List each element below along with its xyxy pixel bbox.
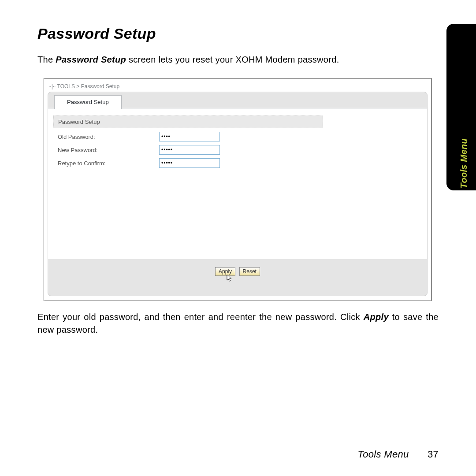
- row-retype-password: Retype to Confirm:: [53, 158, 313, 168]
- outro-paragraph: Enter your old password, and then enter …: [37, 311, 439, 336]
- breadcrumb: ··|·· TOOLS > Password Setup: [48, 81, 428, 92]
- footer-section: Tools Menu: [358, 449, 409, 460]
- outro-bold: Apply: [364, 312, 389, 322]
- page-heading: Password Setup: [37, 25, 439, 42]
- side-tab-label: Tools Menu: [459, 138, 469, 188]
- retype-password-input[interactable]: [159, 158, 220, 168]
- side-tab: Tools Menu: [446, 24, 476, 190]
- page-footer: Tools Menu 37: [358, 449, 439, 460]
- footer-page: 37: [428, 449, 439, 460]
- tab-password-setup[interactable]: Password Setup: [54, 95, 122, 109]
- old-password-input[interactable]: [159, 132, 220, 141]
- label-new-password: New Password:: [53, 147, 159, 153]
- new-password-input[interactable]: [159, 145, 220, 155]
- button-bar: Apply Reset: [48, 259, 427, 276]
- cursor-icon: [227, 274, 233, 282]
- section-title: Password Setup: [53, 115, 323, 128]
- panel: Password Setup Password Setup Old Passwo…: [48, 92, 428, 296]
- row-new-password: New Password:: [53, 145, 313, 155]
- intro-bold: Password Setup: [56, 55, 126, 64]
- intro-suffix: screen lets you reset your XOHM Modem pa…: [126, 55, 339, 64]
- intro-paragraph: The Password Setup screen lets you reset…: [37, 55, 439, 65]
- tabstrip: Password Setup: [48, 92, 427, 108]
- apply-button[interactable]: Apply: [215, 267, 235, 276]
- outro-prefix: Enter your old password, and then enter …: [37, 312, 364, 322]
- label-old-password: Old Password:: [53, 134, 159, 140]
- form-area: Password Setup Old Password: New Passwor…: [48, 108, 427, 259]
- intro-prefix: The: [37, 55, 56, 64]
- label-retype-password: Retype to Confirm:: [53, 160, 159, 167]
- reset-button[interactable]: Reset: [239, 267, 260, 276]
- row-old-password: Old Password:: [53, 132, 313, 141]
- screenshot-frame: ··|·· TOOLS > Password Setup Password Se…: [44, 78, 431, 301]
